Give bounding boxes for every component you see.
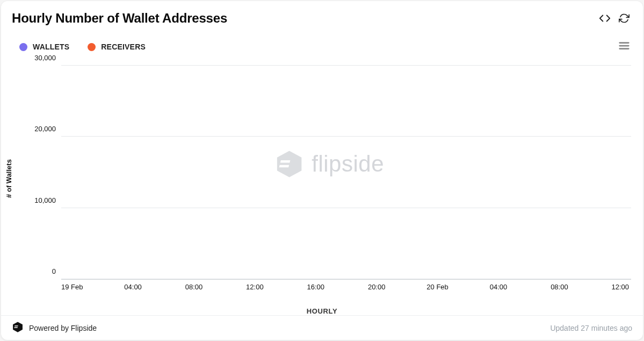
card-footer: Powered by Flipside Updated 27 minutes a… — [1, 315, 643, 340]
grid-line — [61, 65, 631, 66]
grid-line — [61, 208, 631, 208]
legend-dot-receivers — [88, 43, 96, 51]
refresh-icon[interactable] — [618, 12, 630, 24]
brand: Powered by Flipside — [12, 321, 97, 335]
y-tick-label: 20,000 — [34, 125, 61, 133]
x-tick-label: 16:00 — [307, 283, 325, 291]
x-tick-label: 19 Feb — [61, 283, 83, 291]
legend: WALLETS RECEIVERS — [19, 42, 146, 51]
x-tick-label: 08:00 — [185, 283, 203, 291]
header-actions — [599, 12, 630, 24]
chart-title: Hourly Number of Wallet Addresses — [12, 11, 227, 26]
legend-dot-wallets — [19, 43, 27, 51]
legend-label-receivers: RECEIVERS — [101, 42, 146, 51]
brand-text: Powered by Flipside — [29, 324, 97, 332]
x-tick-label: 20:00 — [368, 283, 386, 291]
legend-item-receivers[interactable]: RECEIVERS — [88, 42, 146, 51]
card-header: Hourly Number of Wallet Addresses — [1, 1, 643, 29]
x-tick-label: 08:00 — [551, 283, 568, 291]
x-tick-label: 04:00 — [124, 283, 142, 291]
legend-item-wallets[interactable]: WALLETS — [19, 42, 69, 51]
y-tick-label: 10,000 — [34, 196, 61, 204]
grid-line — [61, 136, 631, 137]
flipside-logo-icon — [12, 321, 24, 335]
x-tick-label: 20 Feb — [426, 283, 448, 291]
y-axis-label: # of Wallets — [5, 159, 13, 198]
bars-container — [61, 66, 631, 279]
chart-area: # of Wallets flipside 010,00020,00030,00… — [12, 66, 632, 292]
svg-rect-8 — [14, 327, 18, 328]
svg-marker-6 — [13, 322, 23, 332]
svg-rect-7 — [15, 325, 18, 326]
x-tick-label: 12:00 — [246, 283, 264, 291]
y-tick-label: 30,000 — [34, 54, 61, 62]
x-tick-label: 04:00 — [490, 283, 508, 291]
legend-row: WALLETS RECEIVERS — [1, 29, 643, 53]
y-tick-label: 0 — [52, 267, 61, 275]
plot-area: flipside 010,00020,00030,000 — [61, 66, 631, 280]
x-axis-label: HOURLY — [307, 307, 337, 315]
updated-text: Updated 27 minutes ago — [550, 324, 632, 332]
x-tick-label: 12:00 — [612, 283, 629, 291]
x-ticks: 19 Feb04:0008:0012:0016:0020:0020 Feb04:… — [61, 281, 631, 293]
chart-card: Hourly Number of Wallet Addresses WALLET… — [1, 1, 643, 340]
grid-line — [61, 279, 631, 279]
code-icon[interactable] — [599, 12, 611, 24]
legend-label-wallets: WALLETS — [33, 42, 69, 51]
chart-menu-icon[interactable] — [618, 41, 630, 53]
